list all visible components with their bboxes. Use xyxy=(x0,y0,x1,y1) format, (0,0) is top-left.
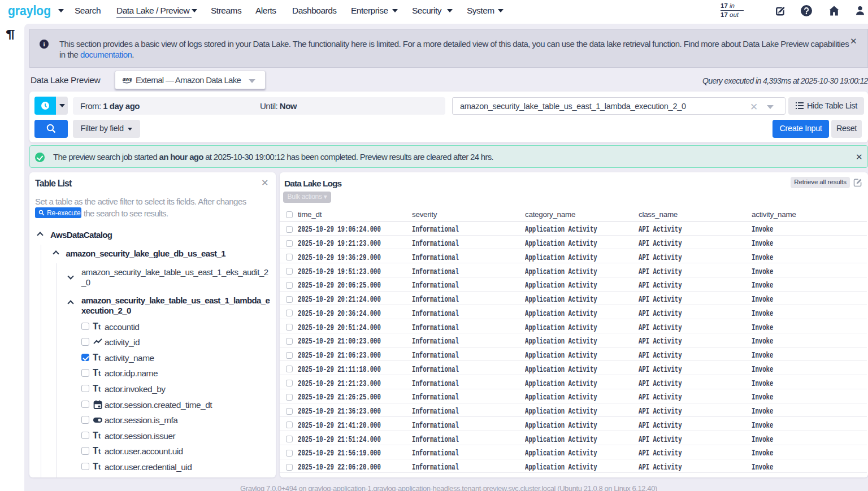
svg-text:t: t xyxy=(98,447,101,455)
svg-text:T: T xyxy=(93,431,98,440)
svg-text:T: T xyxy=(93,321,98,331)
svg-text:T: T xyxy=(93,462,98,471)
svg-text:T: T xyxy=(93,353,98,362)
svg-text:T: T xyxy=(93,384,98,393)
svg-text:graylog: graylog xyxy=(8,3,51,18)
svg-text:T: T xyxy=(93,446,98,455)
svg-text:aws: aws xyxy=(123,76,132,82)
svg-text:T: T xyxy=(93,368,98,377)
svg-text:t: t xyxy=(98,385,101,393)
svg-text:t: t xyxy=(98,354,101,362)
svg-text:t: t xyxy=(98,370,101,377)
svg-text:t: t xyxy=(98,323,101,331)
svg-text:t: t xyxy=(98,463,101,471)
svg-text:t: t xyxy=(98,432,101,440)
